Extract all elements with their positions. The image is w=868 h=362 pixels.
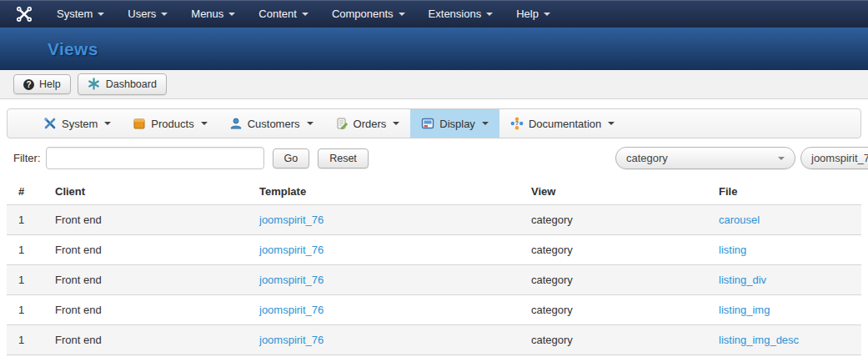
- col-number: #: [7, 178, 48, 205]
- page-title: Views: [48, 39, 98, 59]
- filter-label: Filter:: [13, 152, 41, 164]
- menu-components[interactable]: Components: [320, 0, 417, 28]
- menu-system[interactable]: System: [45, 0, 116, 28]
- chevron-down-icon: [544, 13, 550, 16]
- file-link[interactable]: carousel: [719, 214, 760, 226]
- svg-text:?: ?: [515, 120, 519, 126]
- dashboard-button[interactable]: Dashboard: [78, 73, 167, 95]
- col-view: View: [524, 178, 712, 205]
- main-content: System Products Customers: [0, 108, 868, 362]
- subnav-customers[interactable]: Customers: [218, 109, 324, 138]
- col-file: File: [712, 178, 861, 205]
- table-header: # Client Template View File: [7, 178, 861, 205]
- filter-bar: Filter: Go Reset category joomspirit_76: [7, 146, 861, 170]
- chevron-down-icon: [302, 13, 309, 16]
- menu-extensions[interactable]: Extensions: [417, 0, 505, 28]
- subnav-system[interactable]: System: [33, 109, 122, 138]
- chevron-down-icon: [228, 13, 235, 16]
- template-link[interactable]: joomspirit_76: [259, 214, 324, 226]
- filter-input[interactable]: [46, 147, 264, 169]
- help-button[interactable]: ? Help: [13, 74, 71, 94]
- view-filter-select[interactable]: category: [615, 147, 795, 169]
- product-box-icon: [133, 117, 146, 130]
- reset-button[interactable]: Reset: [318, 148, 369, 168]
- subnav-documentation[interactable]: ? Documentation: [499, 109, 625, 138]
- subnav-display[interactable]: Display: [410, 109, 499, 138]
- subnav-orders[interactable]: Orders: [324, 109, 411, 138]
- file-link[interactable]: listing_img_desc: [719, 334, 799, 346]
- template-link[interactable]: joomspirit_76: [259, 244, 324, 256]
- table-row: 1 Front end joomspirit_76 category listi…: [7, 325, 861, 355]
- menu-help[interactable]: Help: [504, 0, 562, 28]
- file-link[interactable]: listing_img: [719, 304, 770, 316]
- table-row: 1 Front end joomspirit_76 category listi…: [7, 355, 861, 362]
- table-row: 1 Front end joomspirit_76 category carou…: [7, 205, 861, 235]
- menu-content[interactable]: Content: [247, 0, 320, 28]
- chevron-down-icon: [161, 13, 168, 16]
- page-header: Views: [0, 28, 868, 70]
- template-link[interactable]: joomspirit_76: [259, 274, 324, 286]
- table-row: 1 Front end joomspirit_76 category listi…: [7, 295, 861, 325]
- chevron-down-icon: [393, 122, 399, 125]
- select-arrow-icon: [778, 157, 785, 160]
- documentation-icon: ?: [510, 117, 524, 130]
- admin-menubar: System Users Menus Content Components Ex…: [0, 0, 868, 28]
- file-link[interactable]: listing: [719, 244, 746, 256]
- customer-icon: [229, 117, 243, 130]
- table-row: 1 Front end joomspirit_76 category listi…: [7, 235, 861, 265]
- subnav-products[interactable]: Products: [122, 109, 218, 138]
- menu-menus[interactable]: Menus: [179, 0, 247, 28]
- joomla-logo-icon: [15, 5, 33, 23]
- tools-icon: [43, 117, 57, 130]
- menu-users[interactable]: Users: [116, 0, 179, 28]
- chevron-down-icon: [486, 13, 493, 16]
- chevron-down-icon: [399, 13, 405, 16]
- views-table: # Client Template View File 1 Front end …: [7, 178, 861, 362]
- help-icon: ?: [23, 79, 34, 90]
- chevron-down-icon: [482, 122, 489, 125]
- col-client: Client: [48, 178, 253, 205]
- col-template: Template: [253, 178, 524, 205]
- template-filter-select[interactable]: joomspirit_76: [800, 147, 868, 169]
- component-menu: System Products Customers: [7, 108, 861, 138]
- toolbar: ? Help Dashboard: [0, 70, 868, 99]
- chevron-down-icon: [608, 122, 615, 125]
- display-monitor-icon: [421, 117, 434, 130]
- template-link[interactable]: joomspirit_76: [259, 334, 324, 346]
- chevron-down-icon: [307, 122, 314, 125]
- table-row: 1 Front end joomspirit_76 category listi…: [7, 265, 861, 295]
- chevron-down-icon: [201, 122, 208, 125]
- template-link[interactable]: joomspirit_76: [259, 304, 324, 316]
- order-document-icon: [335, 117, 349, 130]
- go-button[interactable]: Go: [273, 148, 310, 168]
- file-link[interactable]: listing_div: [719, 274, 766, 286]
- dashboard-icon: [88, 78, 101, 91]
- chevron-down-icon: [98, 13, 104, 16]
- chevron-down-icon: [104, 122, 111, 125]
